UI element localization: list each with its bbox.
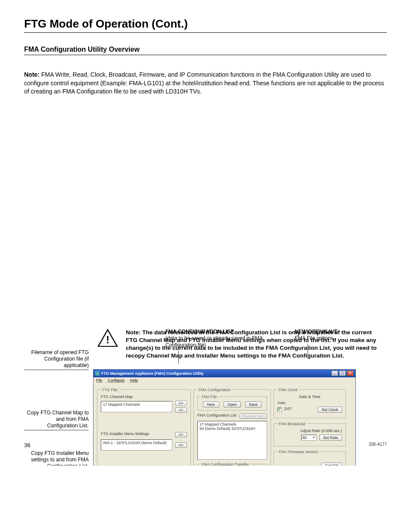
set-clock-button[interactable]: Set Clock <box>318 407 342 413</box>
legend-newopensave: NEW/OPEN/SAVE FMA File options <box>295 329 338 364</box>
broadcast-group: FMA Broadcast Adjust Rate (0-999 sec.) 6… <box>274 422 346 446</box>
fma-file-legend: FMA File <box>200 395 218 399</box>
connector-line <box>308 344 338 357</box>
installer-list[interactable]: #64-1 - 32/37LD310H (Items Default) <box>101 439 172 451</box>
menu-file[interactable]: File <box>96 378 103 383</box>
titlebar: FTG Management Appliance (FMA) Configura… <box>93 370 355 377</box>
config-list-line1: 17 Mapped Channels <box>199 422 265 426</box>
warning-icon: ! <box>97 329 118 348</box>
legend-config-list-sub: (data to be saved or already saved in FM… <box>165 335 262 348</box>
app-title: FTG Management Appliance (FMA) Configura… <box>101 371 204 376</box>
fma-config-legend: FMA Configuration <box>197 388 232 392</box>
dst-label: DST <box>284 407 292 411</box>
legend-newopensave-title: NEW/OPEN/SAVE <box>295 329 338 335</box>
minimize-button[interactable]: _ <box>331 370 338 376</box>
note-body: FMA Write, Read, Clock, Broadcast, Firmw… <box>24 71 384 95</box>
installer-left-button[interactable]: << <box>175 442 187 448</box>
legend-filename-text: Filename of opened FTG Configuration fil… <box>31 349 89 368</box>
menubar: File Configure Help <box>93 377 355 383</box>
open-button[interactable]: Open <box>224 401 241 408</box>
menu-configure[interactable]: Configure <box>108 378 125 383</box>
rate-value: 60 <box>302 436 307 440</box>
ftg-file-group: FTG File: FTG Channel Map 17 Mapped Chan… <box>97 388 191 466</box>
maximize-button[interactable]: □ <box>339 370 346 376</box>
legend-config-list-title: FMA CONFIGURATION LIST <box>165 329 234 335</box>
remove-item-button[interactable]: Remove Item <box>240 414 267 419</box>
legend-copy-map-text: Copy FTG Channel Map to and from FMA Con… <box>27 410 89 429</box>
channel-map-right-button[interactable]: >> <box>175 401 187 406</box>
rate-select[interactable]: 60 ▼ <box>301 435 317 441</box>
set-rate-button[interactable]: Set Rate <box>319 435 342 441</box>
footer-page-number: 36 <box>24 442 30 448</box>
ftg-file-legend: FTG File: <box>101 388 120 392</box>
clock-auto-label: Auto <box>277 401 342 405</box>
menu-help[interactable]: Help <box>130 378 138 383</box>
note-paragraph: Note: FMA Write, Read, Clock, Broadcast,… <box>24 71 387 96</box>
installer-right-button[interactable]: >> <box>175 432 187 437</box>
transfer-group: FMA Configuration Transfer Write Read <box>197 462 267 466</box>
legend-newopensave-sub: FMA File options <box>295 335 333 341</box>
legend-copy-installer: Copy FTG Installer Menu settings to and … <box>24 450 89 466</box>
clock-group: FMA Clock Date & Time Auto DST Set Clock <box>274 388 346 418</box>
clock-legend: FMA Clock <box>277 388 299 392</box>
chevron-down-icon: ▼ <box>312 436 315 439</box>
legend-config-list: FMA CONFIGURATION LIST (data to be saved… <box>165 329 269 364</box>
get-fw-button[interactable]: Get FW <box>321 463 342 466</box>
legend-copy-installer-text: Copy FTG Installer Menu settings to and … <box>31 450 89 466</box>
app-icon <box>95 371 100 376</box>
config-list-label: FMA Configuration List <box>197 413 237 417</box>
app-window: FTG Management Appliance (FMA) Configura… <box>93 369 356 466</box>
close-button[interactable]: × <box>347 370 354 376</box>
fma-config-group: FMA Configuration FMA File New Open Save… <box>193 388 271 466</box>
broadcast-legend: FMA Broadcast <box>277 422 307 426</box>
channel-map-list[interactable]: 17 Mapped Channels <box>101 401 172 412</box>
dst-checkbox[interactable] <box>277 408 282 412</box>
footer-doc-number: 206-4177 <box>369 442 387 448</box>
channel-map-label: FTG Channel Map <box>101 395 187 399</box>
save-button[interactable]: Save <box>245 401 262 408</box>
clock-datetime-label: Date & Time <box>277 395 342 399</box>
transfer-legend: FMA Configuration Transfer <box>200 462 250 466</box>
firmware-group: FMA Firmware Version Get FW <box>274 450 346 466</box>
figure-wrap: FMA CONFIGURATION LIST (data to be saved… <box>24 329 387 360</box>
firmware-legend: FMA Firmware Version <box>277 450 319 454</box>
config-listbox[interactable]: 17 Mapped Channels IM (Items Default) 32… <box>197 421 267 460</box>
page-subtitle: FMA Configuration Utility Overview <box>24 46 387 55</box>
new-button[interactable]: New <box>203 401 219 408</box>
page-title: FTG Mode of Operation (Cont.) <box>24 17 387 33</box>
connector-line <box>178 351 269 364</box>
legend-filename: Filename of opened FTG Configuration fil… <box>24 349 89 370</box>
installer-label: FTG Installer Menu Settings <box>101 432 172 436</box>
note-label: Note: <box>24 71 40 78</box>
top-legend-group: FMA CONFIGURATION LIST (data to be saved… <box>165 329 338 364</box>
config-list-line2: IM (Items Default) 32/37LD310H <box>199 426 265 431</box>
channel-map-left-button[interactable]: << <box>175 408 187 413</box>
fma-file-group: FMA File New Open Save <box>197 395 267 411</box>
legend-copy-map: Copy FTG Channel Map to and from FMA Con… <box>24 410 89 430</box>
broadcast-hint: Adjust Rate (0-999 sec.) <box>277 429 342 433</box>
